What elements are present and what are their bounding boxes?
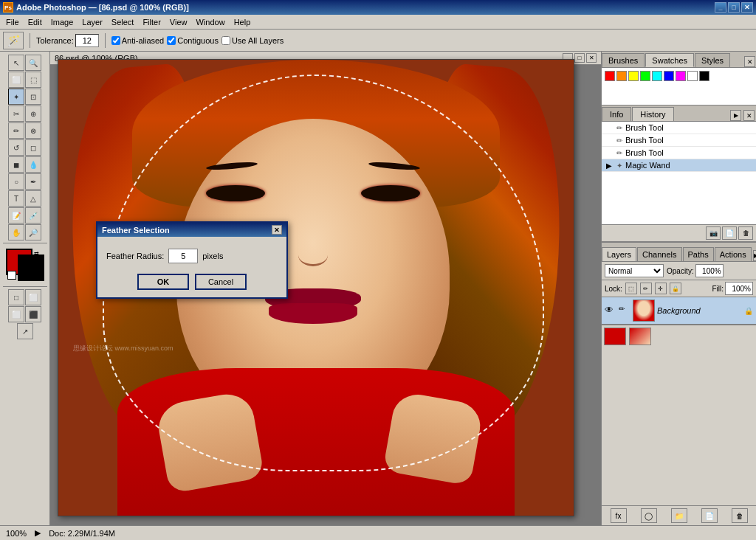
dodge-tool[interactable]: ○ <box>8 173 24 190</box>
opacity-input[interactable] <box>695 264 724 277</box>
screen-mode[interactable]: ⬜ <box>8 306 24 322</box>
alllayers-checkbox[interactable] <box>221 36 230 45</box>
lock-transparent-icon[interactable]: ⬚ <box>625 283 637 294</box>
gradient-tool[interactable]: ◼ <box>8 156 24 173</box>
history-brush-tool[interactable]: ↺ <box>8 139 24 156</box>
swatch[interactable] <box>652 71 662 81</box>
history-snapshot-checkbox[interactable] <box>605 148 614 157</box>
swap-colors-icon[interactable]: ⇄ <box>34 250 43 259</box>
create-document-button[interactable]: 📄 <box>722 226 737 240</box>
quick-mask-on[interactable]: ⬜ <box>25 289 41 305</box>
tab-swatches[interactable]: Swatches <box>645 53 694 67</box>
full-screen[interactable]: ⬛ <box>25 306 41 322</box>
new-layer-group-button[interactable]: 📁 <box>671 508 687 523</box>
tab-brushes[interactable]: Brushes <box>602 53 645 67</box>
history-item[interactable]: ✏ Brush Tool <box>602 134 756 147</box>
magic-wand-tool[interactable]: ✦ <box>8 89 24 105</box>
heal-tool[interactable]: ⊕ <box>25 105 41 122</box>
default-colors-icon[interactable] <box>7 271 16 280</box>
menu-window[interactable]: Window <box>192 16 230 28</box>
color-picker: ⇄ <box>6 249 44 281</box>
eyedropper-tool[interactable]: 💉 <box>25 207 41 224</box>
history-panel-menu[interactable]: ▶ <box>730 110 741 121</box>
scroll-right-icon[interactable]: ▶ <box>32 528 43 539</box>
history-item-current[interactable]: ▶ ✦ Magic Wand <box>602 159 756 172</box>
swatch[interactable] <box>628 71 639 81</box>
history-panel-content: ✏ Brush Tool ✏ Brush Tool ✏ Brush Tool ▶… <box>602 122 756 225</box>
slice-tool[interactable]: ✂ <box>8 105 24 122</box>
layer-row-background[interactable]: 👁 ✏ Background 🔒 <box>602 297 756 325</box>
tolerance-input[interactable] <box>75 34 99 47</box>
maximize-button[interactable]: □ <box>728 2 740 13</box>
tab-actions[interactable]: Actions <box>715 247 752 261</box>
image-ready[interactable]: ↗ <box>17 323 33 339</box>
hand-tool[interactable]: ✋ <box>8 224 24 240</box>
layer-visibility-icon[interactable]: 👁 <box>605 305 616 316</box>
lock-all-icon[interactable]: 🔒 <box>670 283 681 294</box>
move-tool[interactable]: ↖ <box>8 55 24 71</box>
layers-menu-button[interactable]: ▶ <box>753 250 756 261</box>
swatch[interactable] <box>616 71 627 81</box>
dialog-close-button[interactable]: ✕ <box>272 225 282 235</box>
history-item[interactable]: ✏ Brush Tool <box>602 122 756 134</box>
tab-styles[interactable]: Styles <box>695 53 730 67</box>
antialiased-checkbox[interactable] <box>111 36 120 45</box>
delete-history-button[interactable]: 🗑 <box>738 226 753 240</box>
menu-view[interactable]: View <box>165 16 192 28</box>
menu-file[interactable]: File <box>1 16 24 28</box>
close-button[interactable]: ✕ <box>741 2 753 13</box>
cancel-button[interactable]: Cancel <box>195 274 247 290</box>
quick-mask-off[interactable]: □ <box>8 289 24 305</box>
history-snapshot-checkbox[interactable] <box>605 136 614 145</box>
swatch[interactable] <box>605 71 615 81</box>
create-snapshot-button[interactable]: 📷 <box>706 226 721 240</box>
menu-help[interactable]: Help <box>230 16 255 28</box>
menu-image[interactable]: Image <box>47 16 78 28</box>
history-snapshot-checkbox[interactable] <box>605 123 614 132</box>
brush-tool[interactable]: ✏ <box>8 122 24 139</box>
swatch[interactable] <box>640 71 650 81</box>
history-item[interactable]: ✏ Brush Tool <box>602 147 756 159</box>
tab-paths[interactable]: Paths <box>683 247 714 261</box>
menu-filter[interactable]: Filter <box>138 16 165 28</box>
swatch[interactable] <box>676 71 686 81</box>
panel-top-close[interactable]: ✕ <box>744 56 755 67</box>
clone-tool[interactable]: ⊗ <box>25 122 41 139</box>
tab-info[interactable]: Info <box>602 107 631 121</box>
menu-select[interactable]: Select <box>107 16 139 28</box>
layer-fx-button[interactable]: fx <box>611 508 627 523</box>
blend-mode-select[interactable]: Normal <box>605 264 664 277</box>
swatch[interactable] <box>664 71 674 81</box>
tab-history[interactable]: History <box>632 107 673 121</box>
crop-tool[interactable]: ⊡ <box>25 89 41 105</box>
swatch[interactable] <box>687 71 698 81</box>
feather-radius-input[interactable] <box>168 249 198 263</box>
layer-mask-button[interactable]: ◯ <box>641 508 657 523</box>
separator2 <box>105 33 106 48</box>
marquee-rect-tool[interactable]: ⬜ <box>8 72 24 88</box>
lock-position-icon[interactable]: ✛ <box>655 283 667 294</box>
minimize-button[interactable]: _ <box>715 2 726 13</box>
eraser-tool[interactable]: ◻ <box>25 139 41 156</box>
history-panel-close[interactable]: ✕ <box>743 110 755 121</box>
tab-layers[interactable]: Layers <box>602 247 636 261</box>
path-tool[interactable]: △ <box>25 190 41 207</box>
swatch[interactable] <box>699 71 709 81</box>
menu-edit[interactable]: Edit <box>24 16 47 28</box>
fill-input[interactable] <box>725 282 753 295</box>
new-layer-button[interactable]: 📄 <box>701 508 718 523</box>
ok-button[interactable]: OK <box>137 274 189 290</box>
zoom-tool-btn[interactable]: 🔍 <box>25 55 41 71</box>
menu-layer[interactable]: Layer <box>78 16 107 28</box>
notes-tool[interactable]: 📝 <box>8 207 24 224</box>
zoom-tool[interactable]: 🔎 <box>25 224 41 240</box>
tab-channels[interactable]: Channels <box>637 247 681 261</box>
blur-tool[interactable]: 💧 <box>25 156 41 173</box>
contiguous-checkbox[interactable] <box>167 36 176 45</box>
lock-image-icon[interactable]: ✏ <box>640 283 652 294</box>
magic-wand-tool-icon[interactable]: 🪄 <box>3 32 24 49</box>
type-tool[interactable]: T <box>8 190 24 207</box>
pen-tool[interactable]: ✒ <box>25 173 41 190</box>
marquee-lasso-tool[interactable]: ⬚ <box>25 72 41 88</box>
delete-layer-button[interactable]: 🗑 <box>732 508 748 523</box>
